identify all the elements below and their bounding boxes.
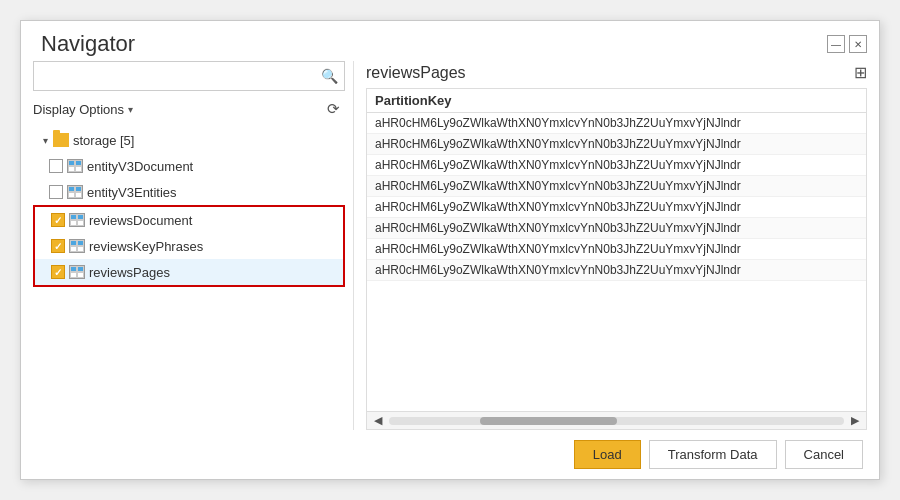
preview-icon-button[interactable]: ⊞	[854, 63, 867, 82]
search-input[interactable]	[34, 64, 314, 89]
search-button[interactable]: 🔍	[314, 62, 344, 90]
node-label-reviewsDocument: reviewsDocument	[89, 213, 192, 228]
minimize-button[interactable]: —	[827, 35, 845, 53]
preview-row: aHR0cHM6Ly9oZWlkaWthXN0YmxlcvYnN0b3JhZ2U…	[367, 134, 866, 155]
checkbox-reviewsPages[interactable]: ✓	[51, 265, 65, 279]
cancel-button[interactable]: Cancel	[785, 440, 863, 469]
tree-node-entityV3Entities[interactable]: entityV3Entities	[33, 179, 345, 205]
table-preview-icon: ⊞	[854, 64, 867, 81]
search-box-wrap: 🔍	[33, 61, 345, 91]
window-controls: — ✕	[827, 35, 867, 53]
navigator-dialog: Navigator — ✕ 🔍 Display Options	[20, 20, 880, 480]
dialog-title: Navigator	[41, 31, 135, 57]
preview-row: aHR0cHM6Ly9oZWlkaWthXN0YmxlcvYnN0b3JhZ2U…	[367, 197, 866, 218]
footer: Load Transform Data Cancel	[21, 430, 879, 479]
tree-node-reviewsPages[interactable]: ✓ reviewsPages	[35, 259, 343, 285]
preview-row: aHR0cHM6Ly9oZWlkaWthXN0YmxlcvYnN0b3JhZ2U…	[367, 113, 866, 134]
node-label-reviewsKeyPhrases: reviewsKeyPhrases	[89, 239, 203, 254]
display-options-label: Display Options	[33, 102, 124, 117]
load-button[interactable]: Load	[574, 440, 641, 469]
checkbox-reviewsDocument[interactable]: ✓	[51, 213, 65, 227]
content-area: 🔍 Display Options ▾ ⟳ ▾ storage	[21, 61, 879, 430]
table-icon-entityV3Entities	[67, 185, 83, 199]
preview-column-header: PartitionKey	[367, 89, 866, 113]
preview-row: aHR0cHM6Ly9oZWlkaWthXN0YmxlcvYnN0b3JhZ2U…	[367, 260, 866, 281]
checkbox-reviewsKeyPhrases[interactable]: ✓	[51, 239, 65, 253]
preview-table-wrap: PartitionKey aHR0cHM6Ly9oZWlkaWthXN0Ymxl…	[366, 88, 867, 430]
preview-header: reviewsPages ⊞	[366, 61, 867, 88]
table-icon-reviewsKeyPhrases	[69, 239, 85, 253]
tree-root-label: storage [5]	[73, 133, 134, 148]
scroll-thumb[interactable]	[480, 417, 617, 425]
chevron-down-icon: ▾	[128, 104, 133, 115]
tree-node-entityV3Document[interactable]: entityV3Document	[33, 153, 345, 179]
transform-data-button[interactable]: Transform Data	[649, 440, 777, 469]
tree-node-reviewsKeyPhrases[interactable]: ✓ reviewsKeyPhrases	[35, 233, 343, 259]
display-options-row: Display Options ▾ ⟳	[33, 97, 345, 121]
refresh-button[interactable]: ⟳	[321, 97, 345, 121]
folder-icon	[53, 133, 69, 147]
left-panel: 🔍 Display Options ▾ ⟳ ▾ storage	[33, 61, 353, 430]
preview-row: aHR0cHM6Ly9oZWlkaWthXN0YmxlcvYnN0b3JhZ2U…	[367, 176, 866, 197]
preview-row: aHR0cHM6Ly9oZWlkaWthXN0YmxlcvYnN0b3JhZ2U…	[367, 218, 866, 239]
scroll-track[interactable]	[389, 417, 844, 425]
display-options-button[interactable]: Display Options ▾	[33, 100, 133, 119]
tree-area: ▾ storage [5] entityV3Document	[33, 127, 345, 430]
scroll-right-button[interactable]: ▶	[848, 414, 862, 427]
node-label-reviewsPages: reviewsPages	[89, 265, 170, 280]
title-bar: Navigator — ✕	[21, 21, 879, 61]
table-icon-reviewsDocument	[69, 213, 85, 227]
preview-row: aHR0cHM6Ly9oZWlkaWthXN0YmxlcvYnN0b3JhZ2U…	[367, 239, 866, 260]
expand-arrow-icon: ▾	[37, 135, 53, 146]
refresh-icon: ⟳	[327, 100, 340, 118]
tree-node-reviewsDocument[interactable]: ✓ reviewsDocument	[35, 207, 343, 233]
preview-rows[interactable]: aHR0cHM6Ly9oZWlkaWthXN0YmxlcvYnN0b3JhZ2U…	[367, 113, 866, 411]
scroll-left-button[interactable]: ◀	[371, 414, 385, 427]
table-icon-reviewsPages	[69, 265, 85, 279]
horizontal-scrollbar[interactable]: ◀ ▶	[367, 411, 866, 429]
preview-row: aHR0cHM6Ly9oZWlkaWthXN0YmxlcvYnN0b3JhZ2U…	[367, 155, 866, 176]
node-label-entityV3Document: entityV3Document	[87, 159, 193, 174]
tree-root-node[interactable]: ▾ storage [5]	[33, 127, 345, 153]
selected-group: ✓ reviewsDocument ✓	[33, 205, 345, 287]
checkbox-entityV3Document[interactable]	[49, 159, 63, 173]
close-button[interactable]: ✕	[849, 35, 867, 53]
search-icon: 🔍	[321, 68, 338, 84]
checkbox-entityV3Entities[interactable]	[49, 185, 63, 199]
node-label-entityV3Entities: entityV3Entities	[87, 185, 177, 200]
preview-title: reviewsPages	[366, 64, 466, 82]
table-icon-entityV3Document	[67, 159, 83, 173]
right-panel: reviewsPages ⊞ PartitionKey aHR0cHM6Ly9o…	[353, 61, 867, 430]
